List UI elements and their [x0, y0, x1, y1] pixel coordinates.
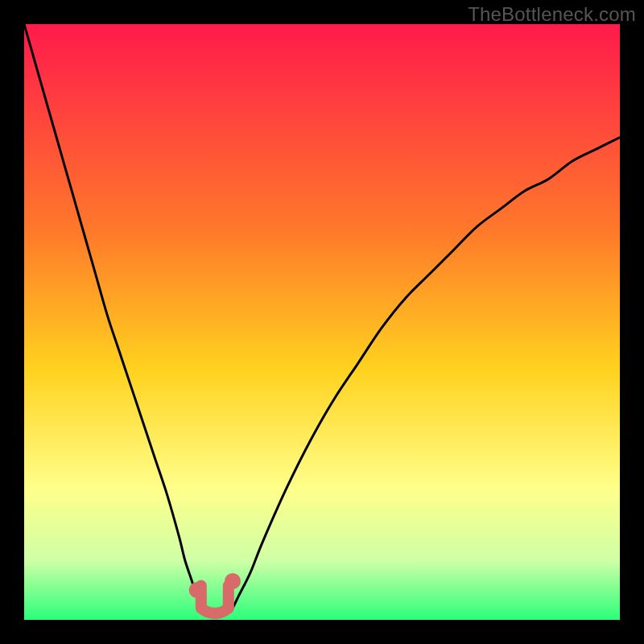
- gradient-background: [24, 24, 620, 620]
- watermark-text: TheBottleneck.com: [468, 3, 636, 26]
- bottleneck-chart: [24, 24, 620, 620]
- chart-frame: TheBottleneck.com: [0, 0, 644, 644]
- plot-area: [24, 24, 620, 620]
